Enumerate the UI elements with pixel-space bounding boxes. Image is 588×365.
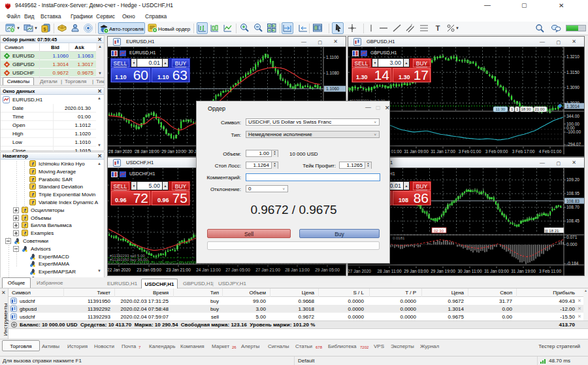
svg-text:02:30: 02:30 (434, 229, 444, 233)
svg-text:1.3014: 1.3014 (566, 104, 580, 109)
svg-text:109.20: 109.20 (566, 177, 580, 182)
svg-text:4 Feb 01:00: 4 Feb 01:00 (539, 149, 562, 154)
svg-text:1.1080: 1.1080 (326, 71, 339, 75)
svg-text:27 Jan 2020: 27 Jan 2020 (348, 269, 371, 273)
svg-text:27 Jan 05:00: 27 Jan 05:00 (225, 268, 250, 272)
svg-text:29 Jan 05:00: 29 Jan 05:00 (315, 268, 340, 272)
svg-text:29 Jan 03:00: 29 Jan 03:00 (404, 269, 429, 273)
svg-text:27 Jan 21:00: 27 Jan 21:00 (255, 268, 280, 272)
svg-text:1.1060: 1.1060 (326, 86, 339, 91)
svg-text:23 Jan 05:00: 23 Jan 05:00 (137, 268, 161, 272)
svg-text:108.95: 108.95 (566, 191, 580, 196)
svg-text:28 Jan 18:00: 28 Jan 18:00 (135, 149, 159, 154)
svg-text:30 Jan 11:00: 30 Jan 11:00 (457, 269, 482, 273)
svg-text:||| 18 21:: ||| 18 21: (545, 229, 560, 233)
svg-text:3 Feb 09:00: 3 Feb 09:00 (485, 149, 508, 154)
svg-text:T: T (436, 24, 440, 32)
svg-text:31 Jan 09:00: 31 Jan 09:00 (404, 149, 429, 154)
svg-text:11:30: 11:30 (496, 107, 506, 111)
svg-text:28 Jan 2020: 28 Jan 2020 (108, 149, 132, 154)
svg-text:#11391950 buy 99.00: #11391950 buy 99.00 (110, 258, 148, 262)
svg-text:1.3090: 1.3090 (566, 85, 580, 90)
svg-text:$: $ (43, 26, 46, 32)
svg-text:28 Jan 13:00: 28 Jan 13:00 (285, 268, 310, 272)
svg-text:22 Jan 2020: 22 Jan 2020 (108, 268, 131, 272)
svg-text:29 Jan 10:00: 29 Jan 10:00 (161, 149, 186, 154)
svg-text:0.000: 0.000 (566, 242, 578, 247)
svg-text:29 Jan 19:00: 29 Jan 19:00 (431, 269, 455, 273)
svg-text:#11392293 sell 5.00: #11392293 sell 5.00 (110, 254, 145, 258)
svg-text:108.83: 108.83 (566, 199, 580, 203)
svg-text:3 Feb 11:00: 3 Feb 11:00 (539, 269, 562, 273)
svg-text:1.3210: 1.3210 (566, 54, 580, 59)
svg-text:23 Jan 21:00: 23 Jan 21:00 (166, 268, 191, 272)
svg-text:-294.07: -294.07 (566, 142, 581, 147)
svg-text:21:00: 21:00 (535, 107, 546, 111)
svg-text:3 Feb 01:00: 3 Feb 01:00 (459, 149, 482, 154)
svg-text:344.00: 344.00 (566, 114, 580, 118)
svg-text:-0.184: -0.184 (566, 261, 579, 266)
svg-text:28 Jan 11:00: 28 Jan 11:00 (377, 269, 401, 273)
svg-text:1.3150: 1.3150 (566, 70, 580, 75)
svg-text:31 Jan 03:00: 31 Jan 03:00 (484, 269, 509, 273)
svg-text:108.70: 108.70 (566, 205, 580, 209)
svg-text:0.071: 0.071 (566, 235, 578, 239)
svg-text:108.45: 108.45 (566, 218, 580, 223)
svg-text:31 Jan 19:00: 31 Jan 19:00 (511, 269, 536, 273)
svg-text:31 Jan 17:00: 31 Jan 17:00 (431, 149, 455, 154)
svg-text:0.0181: 0.0181 (393, 236, 405, 240)
svg-text:18:30: 18:30 (521, 107, 532, 111)
svg-text:24 Jan 13:00: 24 Jan 13:00 (196, 268, 221, 272)
svg-text:3 Feb 17:00: 3 Feb 17:00 (512, 149, 535, 154)
svg-text:1.1100: 1.1100 (326, 55, 339, 60)
svg-text:-100.00: -100.00 (566, 130, 581, 134)
